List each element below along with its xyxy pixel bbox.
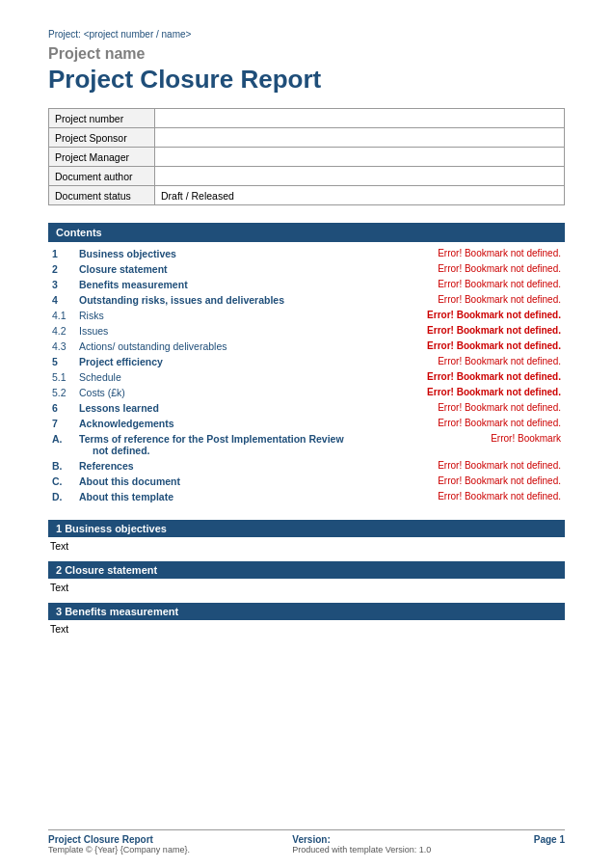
toc-error: Error! Bookmark not defined.	[397, 261, 565, 277]
toc-item: 2Closure statementError! Bookmark not de…	[48, 261, 565, 277]
toc-item: 1Business objectivesError! Bookmark not …	[48, 246, 565, 261]
page: Project: <project number / name> Project…	[0, 0, 613, 868]
toc-label: Costs (£k)	[75, 385, 397, 400]
toc-appendix-num: C.	[48, 474, 75, 489]
toc-label: Project efficiency	[75, 354, 397, 369]
info-table-row: Document author	[49, 167, 565, 186]
toc-label: Risks	[75, 308, 397, 323]
toc-error: Error! Bookmark not defined.	[397, 308, 565, 323]
toc-appendix-item: B.ReferencesError! Bookmark not defined.	[48, 458, 565, 474]
info-table-value	[155, 128, 565, 148]
footer-right: Page 1	[534, 834, 565, 845]
toc-num: 7	[48, 416, 75, 431]
info-table-value	[155, 167, 565, 186]
section-header: 1 Business objectives	[48, 520, 565, 537]
info-table-label: Document status	[49, 186, 155, 205]
toc-num: 2	[48, 261, 75, 277]
toc-num: 5.2	[48, 385, 75, 400]
toc-item: 4.2IssuesError! Bookmark not defined.	[48, 323, 565, 339]
toc-error: Error! Bookmark not defined.	[397, 246, 565, 261]
toc-num: 5	[48, 354, 75, 369]
toc-appendix-num: B.	[48, 458, 75, 474]
toc-label: Lessons learned	[75, 400, 397, 416]
toc-num: 4.1	[48, 308, 75, 323]
toc-num: 1	[48, 246, 75, 261]
toc-label: Business objectives	[75, 246, 397, 261]
toc-error: Error! Bookmark not defined.	[397, 292, 565, 308]
project-name: Project name	[48, 45, 565, 63]
info-table-row: Project Manager	[49, 148, 565, 167]
section-text: Text	[50, 582, 565, 593]
toc-num: 4	[48, 292, 75, 308]
section-text: Text	[50, 540, 565, 552]
toc-appendix-label: Terms of reference for the Post Implemen…	[75, 431, 397, 458]
toc-item: 3Benefits measurementError! Bookmark not…	[48, 277, 565, 292]
toc-appendix-label: About this template	[75, 489, 397, 504]
info-table: Project numberProject SponsorProject Man…	[48, 108, 565, 205]
toc-appendix-label: References	[75, 458, 397, 474]
toc-label: Benefits measurement	[75, 277, 397, 292]
section-header: 2 Closure statement	[48, 561, 565, 579]
toc-item: 5.1ScheduleError! Bookmark not defined.	[48, 369, 565, 385]
project-label: Project: <project number / name>	[48, 29, 565, 40]
toc-appendix-error: Error! Bookmark	[397, 431, 565, 458]
toc-error: Error! Bookmark not defined.	[397, 339, 565, 354]
info-table-label: Project Manager	[49, 148, 155, 167]
toc-item: 4.1RisksError! Bookmark not defined.	[48, 308, 565, 323]
toc-label: Closure statement	[75, 261, 397, 277]
toc-appendix-item: C.About this documentError! Bookmark not…	[48, 474, 565, 489]
toc-appendix-item: D.About this templateError! Bookmark not…	[48, 489, 565, 504]
toc-error: Error! Bookmark not defined.	[397, 277, 565, 292]
toc-label: Actions/ outstanding deliverables	[75, 339, 397, 354]
footer-title: Project Closure Report	[48, 834, 190, 845]
toc-error: Error! Bookmark not defined.	[397, 400, 565, 416]
toc-num: 5.1	[48, 369, 75, 385]
info-table-value	[155, 148, 565, 167]
footer-left: Project Closure Report Template © {Year}…	[48, 834, 190, 854]
toc-error: Error! Bookmark not defined.	[397, 369, 565, 385]
toc-appendix-label: About this document	[75, 474, 397, 489]
section-text: Text	[50, 623, 565, 635]
info-table-value	[155, 109, 565, 128]
info-table-value: Draft / Released	[155, 186, 565, 205]
toc-error: Error! Bookmark not defined.	[397, 323, 565, 339]
footer: Project Closure Report Template © {Year}…	[48, 829, 565, 854]
info-table-label: Project number	[49, 109, 155, 128]
toc-item: 6Lessons learnedError! Bookmark not defi…	[48, 400, 565, 416]
toc-num: 6	[48, 400, 75, 416]
info-table-row: Project Sponsor	[49, 128, 565, 148]
toc-label: Outstanding risks, issues and deliverabl…	[75, 292, 397, 308]
toc-appendix-item: A.Terms of reference for the Post Implem…	[48, 431, 565, 458]
footer-version-label: Version:	[292, 834, 431, 845]
toc-item: 4.3Actions/ outstanding deliverablesErro…	[48, 339, 565, 354]
toc-item: 7AcknowledgementsError! Bookmark not def…	[48, 416, 565, 431]
toc-error: Error! Bookmark not defined.	[397, 354, 565, 369]
footer-version-val: Produced with template Version: 1.0	[292, 845, 431, 854]
info-table-label: Project Sponsor	[49, 128, 155, 148]
toc-table: 1Business objectivesError! Bookmark not …	[48, 246, 565, 504]
info-table-row: Project number	[49, 109, 565, 128]
toc-error: Error! Bookmark not defined.	[397, 385, 565, 400]
info-table-label: Document author	[49, 167, 155, 186]
footer-center: Version: Produced with template Version:…	[292, 834, 431, 854]
toc-appendix-error: Error! Bookmark not defined.	[397, 474, 565, 489]
toc-label: Acknowledgements	[75, 416, 397, 431]
toc-item: 4Outstanding risks, issues and deliverab…	[48, 292, 565, 308]
info-table-row: Document statusDraft / Released	[49, 186, 565, 205]
footer-template: Template © {Year} {Company name}.	[48, 845, 190, 854]
toc-appendix-error: Error! Bookmark not defined.	[397, 458, 565, 474]
contents-header: Contents	[48, 223, 565, 242]
toc-num: 4.3	[48, 339, 75, 354]
footer-page: Page 1	[534, 834, 565, 845]
toc-appendix-error: Error! Bookmark not defined.	[397, 489, 565, 504]
toc-num: 3	[48, 277, 75, 292]
toc-label: Issues	[75, 323, 397, 339]
toc-appendix-num: A.	[48, 431, 75, 458]
toc-item: 5Project efficiencyError! Bookmark not d…	[48, 354, 565, 369]
toc-appendix-num: D.	[48, 489, 75, 504]
toc-item: 5.2Costs (£k)Error! Bookmark not defined…	[48, 385, 565, 400]
toc-label: Schedule	[75, 369, 397, 385]
toc-num: 4.2	[48, 323, 75, 339]
toc-error: Error! Bookmark not defined.	[397, 416, 565, 431]
report-title: Project Closure Report	[48, 65, 565, 95]
